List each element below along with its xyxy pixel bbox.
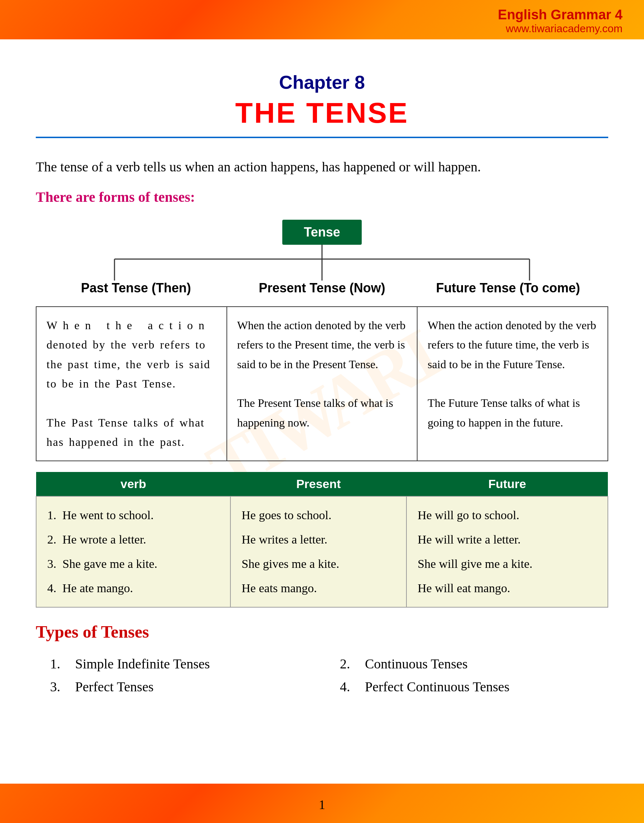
example-table: verb Present Future 1. He went to school… bbox=[36, 472, 608, 608]
intro-text: The tense of a verb tells us when an act… bbox=[36, 156, 608, 178]
types-label-1: Simple Indefinite Tenses bbox=[75, 656, 210, 672]
types-heading: Types of Tenses bbox=[36, 622, 608, 642]
example-past-col: 1. He went to school. 2. He wrote a lett… bbox=[36, 496, 230, 607]
top-banner: English Grammar 4 www.tiwariacademy.com bbox=[0, 0, 644, 39]
example-header-row: verb Present Future bbox=[36, 472, 608, 496]
example-present-col: He goes to school. He writes a letter. S… bbox=[230, 496, 406, 607]
desc-past: W h e n t h e a c t i o n denoted by the… bbox=[37, 307, 227, 461]
types-label-2: Continuous Tenses bbox=[365, 656, 468, 672]
description-row: W h e n t h e a c t i o n denoted by the… bbox=[36, 306, 608, 461]
desc-future: When the action denoted by the verb refe… bbox=[417, 307, 607, 461]
types-num-2: 2. bbox=[340, 656, 358, 672]
tree-branches: Past Tense (Then) Present Tense (Now) Fu… bbox=[36, 280, 608, 296]
desc-present: When the action denoted by the verb refe… bbox=[227, 307, 418, 461]
tense-root-box: Tense bbox=[282, 220, 361, 245]
types-item-4: 4. Perfect Continuous Tenses bbox=[340, 679, 608, 694]
branch-past: Past Tense (Then) bbox=[43, 280, 229, 296]
divider bbox=[36, 137, 608, 138]
example-data-row: 1. He went to school. 2. He wrote a lett… bbox=[36, 496, 608, 607]
forms-heading: There are forms of tenses: bbox=[36, 189, 608, 205]
types-item-2: 2. Continuous Tenses bbox=[340, 656, 608, 672]
types-item-1: 1. Simple Indefinite Tenses bbox=[50, 656, 319, 672]
types-num-1: 1. bbox=[50, 656, 68, 672]
chapter-label: Chapter 8 bbox=[36, 72, 608, 93]
tree-lines-svg bbox=[36, 245, 608, 280]
example-future-col: He will go to school. He will write a le… bbox=[406, 496, 608, 607]
chapter-title: THE TENSE bbox=[36, 97, 608, 130]
types-num-3: 3. bbox=[50, 679, 68, 694]
types-num-4: 4. bbox=[340, 679, 358, 694]
header-future: Future bbox=[406, 472, 608, 496]
branding: English Grammar 4 www.tiwariacademy.com bbox=[498, 7, 623, 35]
branch-future: Future Tense (To come) bbox=[415, 280, 601, 296]
header-present: Present bbox=[230, 472, 406, 496]
types-item-3: 3. Perfect Tenses bbox=[50, 679, 319, 694]
brand-title: English Grammar 4 bbox=[498, 7, 623, 23]
tree-diagram: Tense Past Tense (Then) Present Tense (N… bbox=[36, 220, 608, 296]
branch-present: Present Tense (Now) bbox=[229, 280, 415, 296]
brand-url: www.tiwariacademy.com bbox=[498, 23, 623, 35]
types-list: 1. Simple Indefinite Tenses 2. Continuou… bbox=[50, 656, 608, 694]
header-verb: verb bbox=[36, 472, 230, 496]
page-number: 1 bbox=[319, 797, 325, 812]
types-label-3: Perfect Tenses bbox=[75, 679, 153, 694]
types-label-4: Perfect Continuous Tenses bbox=[365, 679, 509, 694]
main-content: Chapter 8 THE TENSE The tense of a verb … bbox=[0, 39, 644, 737]
